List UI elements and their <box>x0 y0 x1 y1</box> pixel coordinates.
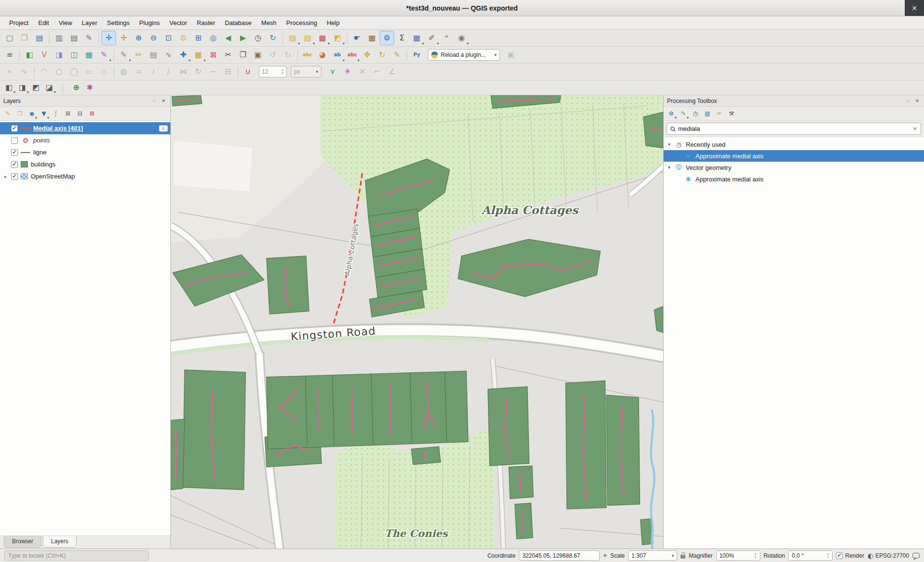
zoom-full-button[interactable]: ⊡ <box>161 31 176 45</box>
coordinate-field[interactable]: 322045.05, 129688.67 <box>519 550 600 561</box>
layer-row[interactable]: ▸ OpenStreetMap ≡ <box>0 170 170 182</box>
new-spatialite-button[interactable]: ◨ <box>52 48 66 62</box>
processing-toolbox-button[interactable]: ⚙ <box>380 31 394 45</box>
cut-features-button[interactable]: ✂ <box>221 48 235 62</box>
menu-processing[interactable]: Processing <box>282 17 321 28</box>
rectangle-button[interactable]: ▭ <box>82 64 96 79</box>
zoom-out-button[interactable]: ⊖ <box>146 31 161 45</box>
filter-by-expression-button[interactable]: ƒ <box>51 108 61 119</box>
new-virtual-layer-button[interactable]: ◫ <box>67 48 81 62</box>
python-console-button[interactable]: Py <box>410 48 424 62</box>
float-panel-icon[interactable]: ▫ <box>904 98 911 104</box>
style-manager-button[interactable]: ✎ <box>82 31 96 45</box>
toolbox-search-input[interactable] <box>678 125 909 132</box>
paste-features-button[interactable]: ▣ <box>251 48 265 62</box>
avoid-intersections-button[interactable]: ✕ <box>355 64 370 79</box>
layer-diagram-button[interactable]: ◕ <box>315 48 330 62</box>
nominatim-locator-button[interactable]: ◉ <box>454 31 469 45</box>
tab-layers[interactable]: Layers <box>43 536 77 548</box>
trim-extend-button[interactable]: ⌐ <box>370 64 385 79</box>
menu-edit[interactable]: Edit <box>34 17 53 28</box>
zoom-last-button[interactable]: ◀ <box>221 31 235 45</box>
menu-project[interactable]: Project <box>5 17 33 28</box>
ellipse-button[interactable]: ◯ <box>67 64 81 79</box>
spinner-arrows-icon[interactable]: ▲▼ <box>826 552 829 559</box>
menu-vector[interactable]: Vector <box>165 17 192 28</box>
stream-digitizing-button[interactable]: ∿ <box>17 64 32 79</box>
results-viewer-button[interactable]: ▤ <box>702 108 713 119</box>
undo-button[interactable]: ↺ <box>266 48 280 62</box>
history-button[interactable]: ◷ <box>690 108 701 119</box>
collapse-all-button[interactable]: ⊟ <box>75 108 85 119</box>
menu-raster[interactable]: Raster <box>192 17 219 28</box>
magnifier-spinbox[interactable]: 100% ▲▼ <box>716 550 760 561</box>
split-features-button[interactable]: ∕ <box>161 64 176 79</box>
tab-browser[interactable]: Browser <box>4 536 41 548</box>
temporal-controller-button[interactable]: ◷ <box>251 31 265 45</box>
menu-database[interactable]: Database <box>220 17 256 28</box>
layer-labeling-button[interactable]: abc <box>300 48 315 62</box>
layer-visibility-checkbox[interactable] <box>11 149 18 156</box>
merge-features-button[interactable]: ⋈ <box>176 64 191 79</box>
reload-plugin-combo[interactable]: Reload a plugin... ▾ <box>428 49 500 61</box>
select-features-button[interactable]: ▧ <box>285 31 300 45</box>
field-calculator-button[interactable]: ▦ <box>365 31 379 45</box>
locator-input[interactable] <box>8 552 145 559</box>
raster-stretch-button[interactable]: ◧ <box>2 81 15 94</box>
options-button[interactable]: ⚒ <box>726 108 737 119</box>
layer-visibility-checkbox[interactable] <box>11 125 18 132</box>
zoom-to-selection-button[interactable]: ⊙ <box>176 31 191 45</box>
layer-row[interactable]: points ≡ <box>0 134 170 146</box>
layer-visibility-checkbox[interactable] <box>11 137 18 144</box>
simplify-feature-button[interactable]: ∼ <box>206 64 220 79</box>
add-line-feature-button[interactable]: ∿ <box>161 48 176 62</box>
new-mesh-layer-button[interactable]: ▦ <box>82 48 96 62</box>
new-project-button[interactable]: ▢ <box>2 31 17 45</box>
select-by-value-button[interactable]: ▨ <box>300 31 315 45</box>
extent-toggle-icon[interactable]: ⌖ <box>603 551 607 560</box>
new-geopackage-button[interactable]: ◧ <box>22 48 37 62</box>
measure-button[interactable]: ✐ <box>424 31 439 45</box>
snapping-tolerance-spinbox[interactable]: 12 ▲▼ <box>259 66 287 77</box>
zoom-in-button[interactable]: ⊕ <box>131 31 146 45</box>
delete-selected-button[interactable]: ⊠ <box>206 48 220 62</box>
map-tips-button[interactable]: ❝ <box>439 31 454 45</box>
reshape-features-button[interactable]: ≀ <box>146 64 161 79</box>
raster-cumulative-stretch-button[interactable]: ◨ <box>16 81 29 94</box>
toolbox-group-vector-geometry[interactable]: ▾ Ⓠ Vector geometry <box>664 162 924 173</box>
plugin-palette-button[interactable]: ✱ <box>83 81 96 94</box>
copy-features-button[interactable]: ❐ <box>236 48 250 62</box>
zoom-native-button[interactable]: ◎ <box>206 31 220 45</box>
expander-icon[interactable]: ▸ <box>3 174 8 179</box>
layout-manager-button[interactable]: ▤ <box>67 31 81 45</box>
snap-intersection-button[interactable]: ✳ <box>340 64 355 79</box>
save-project-button[interactable]: ▤ <box>32 31 47 45</box>
layer-row[interactable]: buildings ≡ <box>0 158 170 170</box>
crs-status-button[interactable]: ◐ EPSG:27700 <box>868 552 909 560</box>
menu-plugins[interactable]: Plugins <box>135 17 164 28</box>
menu-settings[interactable]: Settings <box>103 17 134 28</box>
pin-labels-button[interactable]: abc <box>345 48 359 62</box>
spinner-arrows-icon[interactable]: ▲▼ <box>754 552 757 559</box>
open-layer-styling-button[interactable]: ✎ <box>2 108 13 119</box>
manage-map-themes-button[interactable]: ◉ <box>26 108 37 119</box>
locator-bar[interactable] <box>4 550 149 561</box>
zoom-next-button[interactable]: ▶ <box>236 31 250 45</box>
menu-help[interactable]: Help <box>322 17 344 28</box>
pan-map-button[interactable]: ✛ <box>102 31 116 45</box>
refresh-map-button[interactable]: ↻ <box>266 31 280 45</box>
close-window-button[interactable]: ✕ <box>905 0 924 16</box>
render-checkbox[interactable] <box>836 552 843 559</box>
clear-search-icon[interactable]: ✕ <box>912 126 917 132</box>
new-shapefile-button[interactable]: V <box>37 48 51 62</box>
delete-part-button[interactable]: ⊟ <box>221 64 235 79</box>
change-label-button[interactable]: ✎ <box>390 48 404 62</box>
label-options-button[interactable]: ab <box>330 48 345 62</box>
lock-icon[interactable] <box>680 555 685 559</box>
close-panel-icon[interactable]: ✕ <box>160 98 167 104</box>
move-label-button[interactable]: ✥ <box>360 48 374 62</box>
pan-to-selection-button[interactable]: ✛ <box>116 31 131 45</box>
filter-legend-button[interactable]: ▼ <box>38 108 49 119</box>
raster-local-stretch-button[interactable]: ◩ <box>29 81 42 94</box>
toolbox-search-box[interactable]: ✕ <box>667 123 921 135</box>
